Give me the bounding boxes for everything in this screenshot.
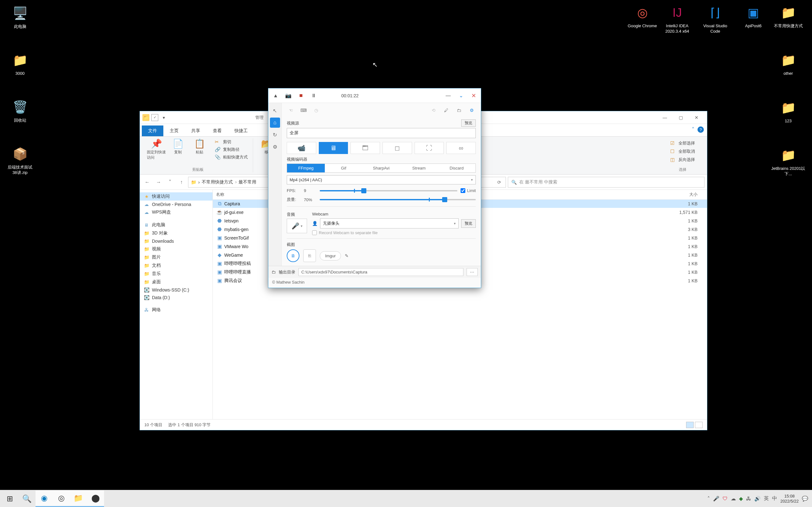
gear-icon[interactable]: ⚙ <box>467 106 476 114</box>
tab-home[interactable]: 主页 <box>163 125 185 136</box>
sidebar-item[interactable]: ★快速访问 <box>140 192 212 201</box>
nav-history-icon[interactable]: ↻ <box>270 130 280 140</box>
desktop-icon[interactable]: ◎Google Chrome <box>625 3 660 29</box>
tab-shortcut-tools[interactable]: 快捷工 <box>228 125 254 136</box>
help-icon[interactable]: ? <box>698 126 704 133</box>
back-button[interactable]: ← <box>142 177 152 187</box>
audio-source-button[interactable]: 🎤 ▾ <box>287 219 307 233</box>
desktop-icon[interactable]: IJIntelliJ IDEA 2020.3.4 x64 <box>660 3 695 34</box>
captura-titlebar[interactable]: ▲ 📷 ■ ⏸ 00:01:22 — ⌄ ✕ <box>268 89 481 103</box>
sidebar-item[interactable]: ☁WPS网盘 <box>140 208 212 216</box>
tray-network-icon[interactable]: 🖧 <box>746 496 751 502</box>
nav-home-icon[interactable]: ⌂ <box>270 118 280 128</box>
webcam-separate-checkbox[interactable]: Record Webcam to separate file <box>312 230 476 235</box>
invert-selection-button[interactable]: ◫反向选择 <box>669 156 696 163</box>
keyboard-icon[interactable]: ⌨ <box>299 106 308 114</box>
webcam-preview-button[interactable]: 预览 <box>461 219 476 228</box>
screenshot-edit-icon[interactable]: ✎ <box>345 253 349 258</box>
source-region-icon[interactable]: ◻ <box>383 142 412 154</box>
refresh-icon[interactable]: ⟲ <box>429 106 438 114</box>
tab-view[interactable]: 查看 <box>206 125 228 136</box>
source-window-icon[interactable]: 🗔 <box>351 142 380 154</box>
encoder-ffmpeg[interactable]: FFmpeg <box>287 164 325 172</box>
desktop-icon[interactable]: 📁123 <box>771 98 806 124</box>
paste-shortcut-button[interactable]: 📎粘贴快捷方式 <box>213 154 249 161</box>
tray-clock[interactable]: 15:08 2022/5/22 <box>780 494 799 504</box>
paste-button[interactable]: 📋粘贴 <box>190 138 209 161</box>
col-size[interactable]: 大小 <box>666 192 704 198</box>
view-details-button[interactable] <box>686 422 694 428</box>
sidebar-item[interactable]: ☁OneDrive - Persona <box>140 201 212 208</box>
tray-app-icon[interactable]: ◆ <box>739 496 743 502</box>
sidebar-item[interactable]: 📁3D 对象 <box>140 229 212 237</box>
maximize-button[interactable]: ▢ <box>673 113 689 122</box>
desktop-icon[interactable]: 📦后端技术面试38讲.zip <box>6 145 34 176</box>
tray-mic-icon[interactable]: 🎤 <box>713 496 719 502</box>
up-button[interactable]: ↑ <box>177 177 186 187</box>
tray-overflow-icon[interactable]: ˄ <box>707 496 710 502</box>
cut-button[interactable]: ✂剪切 <box>213 138 249 146</box>
pin-quickaccess-button[interactable]: 📌固定到快速访问 <box>147 138 166 161</box>
desktop-icon[interactable]: 📁other <box>771 51 806 76</box>
fps-slider[interactable] <box>320 190 457 191</box>
folder-icon[interactable]: 🗀 <box>455 106 463 114</box>
encoder-discard[interactable]: Discard <box>438 164 475 172</box>
view-icons-button[interactable] <box>695 422 703 428</box>
desktop-icon[interactable]: ▣ApiPost6 <box>736 3 771 29</box>
minimize-button[interactable]: — <box>657 113 673 122</box>
encoder-sharpavi[interactable]: SharpAvi <box>362 164 400 172</box>
timer-icon[interactable]: ◷ <box>312 106 320 114</box>
taskbar-explorer[interactable]: 📁 <box>70 491 87 507</box>
qat-dropdown-icon[interactable]: ▾ <box>160 114 167 121</box>
sidebar-item[interactable]: 💽Data (D:) <box>140 294 212 301</box>
tray-onedrive-icon[interactable]: ☁ <box>731 496 736 502</box>
nav-cursor-icon[interactable]: ↖ <box>270 106 280 116</box>
search-button[interactable]: 🔍 <box>18 491 36 507</box>
sidebar-item[interactable]: 🖥此电脑 <box>140 221 212 229</box>
refresh-button[interactable]: ⟳ <box>496 180 503 185</box>
close-button[interactable]: ✕ <box>469 92 478 100</box>
screenshot-imgur-button[interactable]: Imgur <box>320 251 341 261</box>
encoder-stream[interactable]: Stream <box>400 164 438 172</box>
desktop-icon[interactable]: 📁3000 <box>6 51 34 76</box>
desktop-icon[interactable]: 📁不常用快捷方式 <box>771 3 806 29</box>
webcam-dropdown[interactable]: 无摄像头▾ <box>320 218 459 228</box>
expand-down-icon[interactable]: ⌄ <box>457 92 465 100</box>
sidebar-item[interactable]: 📁音乐 <box>140 270 212 278</box>
sidebar-item[interactable]: 💽Windows-SSD (C:) <box>140 286 212 294</box>
screenshot-disk-button[interactable]: 🗎 <box>287 249 299 262</box>
taskbar-captura[interactable]: ⬤ <box>87 491 104 507</box>
desktop-icon[interactable]: 🗑️回收站 <box>6 98 34 123</box>
nav-settings-icon[interactable]: ⚙ <box>270 142 280 152</box>
encoder-gif[interactable]: Gif <box>325 164 362 172</box>
sidebar-item[interactable]: 📁文档 <box>140 262 212 270</box>
desktop-icon[interactable]: 📁JetBrains 20201以下... <box>771 146 806 177</box>
pause-button[interactable]: ⏸ <box>310 92 318 100</box>
recent-dropdown[interactable]: ˅ <box>165 177 175 187</box>
desktop-icon[interactable]: ⌈⌋Visual Studio Code <box>698 3 733 34</box>
source-screen-icon[interactable]: 🖥 <box>319 142 348 154</box>
encoder-format-dropdown[interactable]: Mp4 (x264 | AAC)▾ <box>287 175 476 184</box>
source-fullscreen-icon[interactable]: ⛶ <box>415 142 444 154</box>
screenshot-clipboard-button[interactable]: ⎘ <box>303 249 316 262</box>
breadcrumb[interactable]: 最不常用 <box>239 179 256 185</box>
search-input[interactable]: 🔍 在 最不常用 中搜索 <box>508 177 705 187</box>
ribbon-collapse-icon[interactable]: ˄ <box>692 126 694 133</box>
taskbar-edge[interactable]: ◉ <box>36 491 53 507</box>
select-none-button[interactable]: ☐全部取消 <box>669 148 696 155</box>
video-source-value[interactable]: 全屏 <box>287 128 476 138</box>
forward-button[interactable]: → <box>154 177 163 187</box>
tray-ime-mode[interactable]: 中 <box>772 495 777 502</box>
screenshot-icon[interactable]: 📷 <box>284 92 293 100</box>
tab-share[interactable]: 共享 <box>185 125 206 136</box>
manage-tab[interactable]: 管理 <box>251 113 268 122</box>
copy-path-button[interactable]: 🔗复制路径 <box>213 146 249 153</box>
record-button[interactable]: ■ <box>297 92 305 100</box>
quality-slider[interactable] <box>320 199 476 200</box>
source-camera-icon[interactable]: 📹 <box>287 142 316 154</box>
close-button[interactable]: ✕ <box>689 113 705 122</box>
minimize-button[interactable]: — <box>444 92 452 100</box>
tray-ime[interactable]: 英 <box>764 495 769 502</box>
tray-volume-icon[interactable]: 🔊 <box>754 496 761 502</box>
fps-limit-checkbox[interactable]: Limit <box>461 188 476 193</box>
